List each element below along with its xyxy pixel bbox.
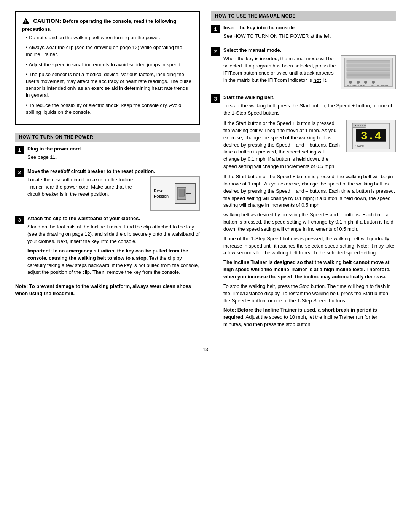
caution-bullet-4: The pulse sensor is not a medical device… bbox=[26, 71, 193, 99]
caution-bullet-2: Always wear the clip (see the drawing on… bbox=[26, 44, 193, 58]
step-3-bold2: Then, bbox=[92, 269, 106, 275]
svg-point-14 bbox=[364, 81, 367, 84]
manual-step-2: 2 Select the manual mode. When the key i… bbox=[211, 47, 396, 89]
page-container: ! CAUTION: Before operating the console,… bbox=[15, 11, 396, 352]
svg-rect-9 bbox=[347, 68, 390, 71]
manual-step-1: 1 Insert the key into the console. See H… bbox=[211, 24, 396, 42]
manual-step-3-note-after: Adjust the speed to 10 mph, let the Incl… bbox=[223, 314, 379, 327]
manual-step-num-1: 1 bbox=[211, 25, 220, 33]
top-section: ! CAUTION: Before operating the console,… bbox=[15, 11, 396, 335]
page-number: 13 bbox=[15, 347, 396, 352]
manual-section-header: HOW TO USE THE MANUAL MODE bbox=[211, 11, 396, 21]
manual-step-3-body1: To start the walking belt, press the Sta… bbox=[223, 102, 396, 117]
manual-step-3-body5: To stop the walking belt, press the Stop… bbox=[223, 283, 396, 305]
step-2-text: Locate the reset/off circuit breaker on … bbox=[27, 176, 146, 198]
bottom-note: Note: To prevent damage to the walking p… bbox=[15, 283, 200, 297]
reset-label: Reset Position bbox=[154, 188, 169, 199]
manual-step-3-title: Start the walking belt. bbox=[223, 94, 396, 101]
manual-step-3-with-image: If the Start button or the Speed + butto… bbox=[223, 120, 396, 170]
manual-step-3-note: Note: Before the Incline Trainer is used… bbox=[223, 307, 396, 328]
manual-step-num-2: 2 bbox=[211, 47, 220, 56]
speed-svg: ●SPEED 3.4 ○PACE bbox=[348, 123, 394, 150]
manual-step-1-title: Insert the key into the console. bbox=[223, 24, 396, 31]
svg-text:○PACE: ○PACE bbox=[355, 145, 364, 147]
right-col: HOW TO USE THE MANUAL MODE 1 Insert the … bbox=[211, 11, 396, 335]
manual-step-num-3: 3 bbox=[211, 94, 220, 103]
svg-text:PULSE: PULSE bbox=[355, 84, 363, 86]
svg-text:iFIT: iFIT bbox=[363, 84, 367, 86]
manual-step-3-speed-detail: walking belt as desired by pressing the … bbox=[223, 211, 396, 233]
svg-rect-3 bbox=[179, 189, 184, 197]
step-1-body: See page 11. bbox=[27, 154, 200, 161]
caution-title: ! CAUTION: Before operating the console,… bbox=[22, 18, 193, 32]
svg-text:3.4: 3.4 bbox=[361, 130, 381, 143]
step-2-content: Move the reset/off circuit breaker to th… bbox=[27, 168, 200, 211]
left-col: ! CAUTION: Before operating the console,… bbox=[15, 11, 200, 335]
caution-bullet-3: Adjust the speed in small increments to … bbox=[26, 61, 193, 68]
manual-step-2-body-after: lit. bbox=[322, 77, 327, 83]
step-1-title: Plug in the power cord. bbox=[27, 145, 200, 152]
svg-point-13 bbox=[357, 81, 360, 84]
svg-point-12 bbox=[349, 81, 352, 84]
manual-step-2-content: Select the manual mode. When the key is … bbox=[223, 47, 396, 89]
manual-step-3-content: Start the walking belt. To start the wal… bbox=[223, 94, 396, 331]
svg-rect-10 bbox=[347, 72, 390, 75]
power-step-1: 1 Plug in the power cord. See page 11. bbox=[15, 145, 200, 163]
manual-step-2-text: When the key is inserted, the manual mod… bbox=[223, 55, 336, 84]
step-3-body1: Stand on the foot rails of the Incline T… bbox=[27, 224, 200, 245]
power-section-header: HOW TO TURN ON THE POWER bbox=[15, 133, 200, 142]
power-step-3: 3 Attach the clip to the waistband of yo… bbox=[15, 215, 200, 278]
manual-step-3: 3 Start the walking belt. To start the w… bbox=[211, 94, 396, 331]
step-3-title: Attach the clip to the waistband of your… bbox=[27, 215, 200, 222]
manual-step-3-body3: If the Start button or the Speed + butto… bbox=[223, 173, 396, 209]
caution-box: ! CAUTION: Before operating the console,… bbox=[15, 11, 200, 125]
manual-step-2-with-image: When the key is inserted, the manual mod… bbox=[223, 55, 396, 89]
manual-step-1-content: Insert the key into the console. See HOW… bbox=[223, 24, 396, 42]
speed-display: ●SPEED 3.4 ○PACE bbox=[346, 120, 396, 152]
reset-image: Reset Position bbox=[150, 176, 200, 211]
reset-arrow-box bbox=[175, 183, 196, 204]
manual-step-2-title: Select the manual mode. bbox=[223, 47, 396, 54]
svg-text:SPEED: SPEED bbox=[380, 84, 388, 86]
console-image: INCLINE PULSE iFIT CUSTOM SPEED bbox=[341, 55, 396, 89]
caution-bullet-1: Do not stand on the walking belt when tu… bbox=[26, 34, 193, 41]
step-number-1: 1 bbox=[15, 146, 24, 154]
svg-text:!: ! bbox=[25, 19, 27, 24]
step-2-with-image: Locate the reset/off circuit breaker on … bbox=[27, 176, 200, 211]
manual-step-3-body4: If one of the 1-Step Speed buttons is pr… bbox=[223, 235, 396, 257]
svg-rect-8 bbox=[347, 64, 390, 67]
step-3-end: remove the key from the console. bbox=[107, 269, 180, 275]
console-svg: INCLINE PULSE iFIT CUSTOM SPEED bbox=[344, 57, 393, 88]
step-2-title: Move the reset/off circuit breaker to th… bbox=[27, 168, 200, 175]
manual-step-2-body-bold: not bbox=[313, 77, 321, 83]
manual-step-3-speed-text: If the Start button or the Speed + butto… bbox=[223, 120, 342, 170]
step-3-content: Attach the clip to the waistband of your… bbox=[27, 215, 200, 278]
svg-rect-7 bbox=[347, 60, 390, 63]
caution-bullet-5: To reduce the possibility of electric sh… bbox=[26, 102, 193, 116]
step-3-body2: Important: In an emergency situation, th… bbox=[27, 248, 200, 276]
svg-text:CUSTOM: CUSTOM bbox=[370, 84, 379, 86]
svg-text:INCLINE: INCLINE bbox=[347, 84, 356, 86]
step-1-content: Plug in the power cord. See page 11. bbox=[27, 145, 200, 163]
svg-text:●SPEED: ●SPEED bbox=[355, 124, 366, 127]
manual-step-3-bold: The Incline Trainer is designed so that … bbox=[223, 259, 396, 281]
svg-rect-11 bbox=[347, 75, 390, 78]
step-number-2: 2 bbox=[15, 168, 24, 177]
caution-label: CAUTION: bbox=[33, 18, 61, 24]
warning-triangle-icon: ! bbox=[22, 18, 30, 26]
power-step-2: 2 Move the reset/off circuit breaker to … bbox=[15, 168, 200, 211]
svg-point-15 bbox=[372, 81, 375, 84]
step-number-3: 3 bbox=[15, 216, 24, 224]
manual-step-1-body: See HOW TO TURN ON THE POWER at the left… bbox=[223, 33, 396, 40]
